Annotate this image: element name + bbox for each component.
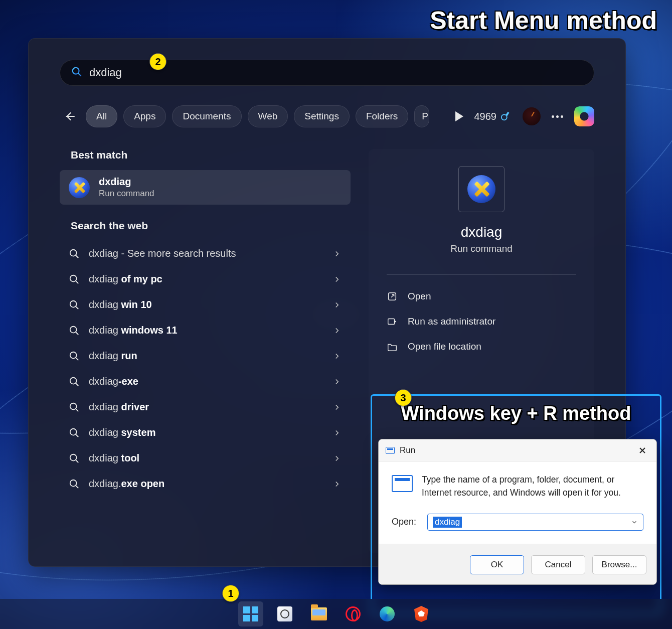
svg-point-5 (70, 275, 77, 281)
search-web-heading: Search the web (71, 220, 351, 232)
annotation-title-start: Start Menu method (430, 6, 657, 35)
svg-point-9 (70, 326, 77, 333)
web-result-1[interactable]: dxdiag of my pc (60, 266, 351, 292)
filter-row: All Apps Documents Web Settings Folders … (60, 104, 594, 129)
shield-icon (387, 316, 398, 327)
play-icon[interactable] (455, 111, 463, 121)
svg-point-11 (70, 352, 77, 358)
svg-line-18 (76, 434, 79, 437)
run-method-panel: Windows key + R method Run Type the name… (371, 394, 661, 615)
taskbar-edge[interactable] (375, 601, 400, 626)
copilot-icon[interactable] (574, 106, 594, 126)
chevron-right-icon (332, 352, 342, 361)
points-value: 4969 (474, 111, 497, 122)
svg-line-20 (76, 459, 79, 462)
web-result-9[interactable]: dxdiag.exe open (60, 471, 351, 497)
open-icon (387, 291, 398, 302)
taskbar-opera[interactable] (341, 601, 366, 626)
best-match-heading: Best match (71, 149, 351, 161)
annotation-title-run: Windows key + R method (401, 403, 631, 424)
chevron-right-icon (332, 428, 342, 437)
svg-point-7 (70, 300, 77, 307)
filter-documents[interactable]: Documents (172, 105, 241, 127)
chevron-right-icon (332, 275, 342, 284)
search-icon (69, 325, 80, 336)
filter-folders[interactable]: Folders (356, 105, 408, 127)
chevron-right-icon (332, 300, 342, 309)
web-result-3[interactable]: dxdiag windows 11 (60, 318, 351, 343)
action-open[interactable]: Open (381, 284, 582, 309)
search-icon (71, 66, 82, 79)
run-description: Type the name of a program, folder, docu… (422, 473, 643, 500)
rewards-points[interactable]: 4969 (474, 111, 512, 122)
chevron-right-icon (332, 326, 342, 335)
callout-2: 2 (149, 53, 166, 70)
taskbar-brave[interactable] (409, 601, 434, 626)
search-icon (69, 427, 80, 438)
filter-more[interactable]: P (414, 105, 429, 127)
preview-subtitle: Run command (369, 243, 594, 254)
svg-point-2 (501, 114, 507, 120)
action-run-admin[interactable]: Run as administrator (381, 309, 582, 334)
filter-web[interactable]: Web (248, 105, 288, 127)
dxdiag-icon (69, 177, 90, 198)
action-run-admin-label: Run as administrator (408, 316, 495, 327)
web-result-text: dxdiag run (89, 350, 323, 362)
filter-apps[interactable]: Apps (123, 105, 166, 127)
search-icon (69, 376, 80, 387)
web-result-8[interactable]: dxdiag tool (60, 445, 351, 471)
web-result-text: dxdiag.exe open (89, 478, 323, 490)
chevron-down-icon (631, 519, 638, 526)
search-icon (69, 402, 80, 413)
rewards-icon (500, 111, 512, 122)
search-icon (69, 248, 80, 259)
web-result-6[interactable]: dxdiag driver (60, 394, 351, 420)
web-result-4[interactable]: dxdiag run (60, 343, 351, 369)
filter-settings[interactable]: Settings (294, 105, 350, 127)
web-result-2[interactable]: dxdiag win 10 (60, 292, 351, 318)
action-open-location-label: Open file location (408, 341, 481, 352)
web-result-text: dxdiag driver (89, 401, 323, 413)
run-icon (392, 475, 413, 492)
best-match-subtitle: Run command (99, 189, 154, 199)
more-icon[interactable] (552, 115, 563, 118)
taskbar-explorer[interactable] (306, 601, 331, 626)
close-button[interactable] (635, 443, 649, 457)
svg-line-10 (76, 332, 79, 335)
search-box[interactable] (60, 60, 594, 86)
svg-point-21 (70, 480, 77, 486)
start-button[interactable] (238, 601, 263, 626)
back-button[interactable] (60, 106, 80, 126)
web-result-text: dxdiag system (89, 427, 323, 438)
taskbar-search[interactable] (272, 601, 297, 626)
browse-button[interactable]: Browse... (592, 555, 646, 574)
web-result-text: dxdiag tool (89, 452, 323, 464)
action-open-location[interactable]: Open file location (381, 334, 582, 359)
action-open-label: Open (408, 291, 431, 302)
taskbar (0, 599, 672, 629)
folder-icon (387, 341, 398, 352)
web-result-0[interactable]: dxdiag - See more search results (60, 241, 351, 266)
chevron-right-icon (332, 249, 342, 258)
web-result-7[interactable]: dxdiag system (60, 420, 351, 445)
callout-3: 3 (395, 389, 412, 406)
search-icon (69, 351, 80, 362)
search-icon (69, 299, 80, 310)
web-result-text: dxdiag - See more search results (89, 248, 323, 259)
cancel-button[interactable]: Cancel (531, 555, 585, 574)
ok-button[interactable]: OK (470, 555, 524, 574)
best-match-item[interactable]: dxdiag Run command (60, 170, 351, 205)
chevron-right-icon (332, 454, 342, 463)
svg-point-15 (70, 403, 77, 409)
filter-all[interactable]: All (86, 105, 117, 127)
svg-point-17 (70, 428, 77, 435)
user-avatar[interactable] (523, 107, 541, 125)
svg-point-19 (70, 454, 77, 460)
run-dialog: Run Type the name of a program, folder, … (378, 439, 657, 585)
preview-title: dxdiag (369, 224, 594, 240)
search-icon (69, 274, 80, 285)
web-result-5[interactable]: dxdiag-exe (60, 369, 351, 394)
open-combobox[interactable]: dxdiag (427, 514, 643, 531)
svg-line-1 (78, 73, 81, 76)
search-icon (69, 479, 80, 490)
